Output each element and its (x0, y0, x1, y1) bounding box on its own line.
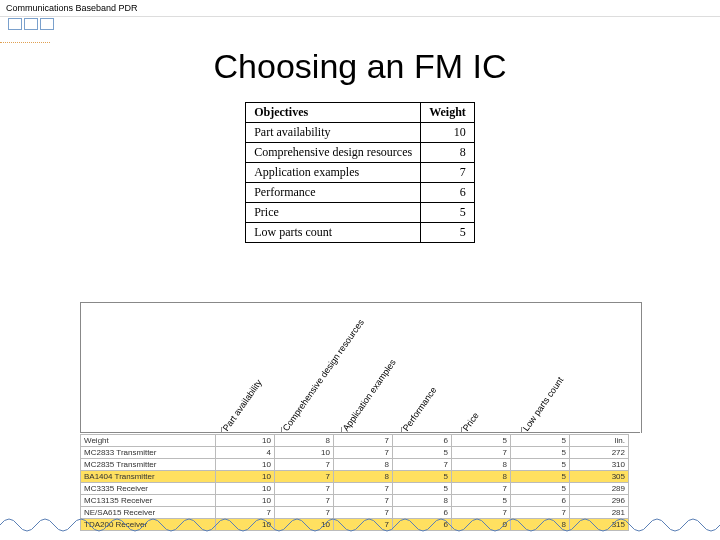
matrix-cell: 10 (216, 435, 275, 447)
weight-header: Weight (421, 103, 475, 123)
matrix-cell: 5 (511, 435, 570, 447)
matrix-cell: 7 (275, 483, 334, 495)
obj-row-label: Low parts count (246, 223, 421, 243)
axis-label: Performance (401, 385, 439, 433)
page-title: Choosing an FM IC (0, 47, 720, 86)
matrix-cell: 7 (334, 495, 393, 507)
chart-axis-area: Part availability Comprehensive design r… (80, 302, 642, 433)
matrix-cell: 5 (393, 447, 452, 459)
obj-row-val: 5 (421, 203, 475, 223)
matrix-cell: 310 (570, 459, 629, 471)
matrix-row: MC13135 Receiver1077856296 (81, 495, 629, 507)
matrix-cell: 8 (452, 471, 511, 483)
obj-row-val: 7 (421, 163, 475, 183)
obj-row-val: 8 (421, 143, 475, 163)
matrix-cell: 10 (216, 495, 275, 507)
obj-row-label: Application examples (246, 163, 421, 183)
matrix-cell: 5 (511, 459, 570, 471)
matrix-row-label: MC2833 Transmitter (81, 447, 216, 459)
matrix-cell: 10 (275, 447, 334, 459)
obj-row-label: Part availability (246, 123, 421, 143)
matrix-cell: 7 (275, 495, 334, 507)
matrix-row-label: MC2835 Transmitter (81, 459, 216, 471)
matrix-cell: 7 (334, 435, 393, 447)
matrix-cell: 5 (511, 483, 570, 495)
matrix-cell: 7 (452, 483, 511, 495)
obj-row-val: 6 (421, 183, 475, 203)
obj-row-label: Price (246, 203, 421, 223)
matrix-row: MC3335 Receiver1077575289 (81, 483, 629, 495)
corner-decoration (0, 12, 75, 40)
matrix-cell: 8 (334, 471, 393, 483)
matrix-row-label: BA1404 Transmitter (81, 471, 216, 483)
matrix-cell: 8 (275, 435, 334, 447)
header-label: Communications Baseband PDR (0, 0, 720, 17)
matrix-cell: 7 (452, 447, 511, 459)
matrix-cell: 5 (511, 471, 570, 483)
matrix-cell: 10 (216, 459, 275, 471)
obj-row-val: 10 (421, 123, 475, 143)
matrix-cell: 5 (452, 495, 511, 507)
matrix-cell: 5 (393, 483, 452, 495)
matrix-cell: 7 (393, 459, 452, 471)
matrix-cell: 7 (334, 447, 393, 459)
matrix-cell: 8 (393, 495, 452, 507)
footer-wave-graphic (0, 510, 720, 540)
matrix-cell: 7 (275, 471, 334, 483)
objectives-table: Objectives Weight Part availability10 Co… (245, 102, 475, 243)
matrix-cell: 272 (570, 447, 629, 459)
matrix-cell: 4 (216, 447, 275, 459)
matrix-row-label: MC13135 Receiver (81, 495, 216, 507)
objectives-header: Objectives (246, 103, 421, 123)
matrix-row: MC2835 Transmitter1078785310 (81, 459, 629, 471)
matrix-row-label: Weight (81, 435, 216, 447)
matrix-cell: 8 (452, 459, 511, 471)
matrix-cell: 7 (334, 483, 393, 495)
matrix-cell: 5 (452, 435, 511, 447)
axis-label: Application examples (341, 358, 398, 433)
axis-line (80, 432, 640, 433)
matrix-cell: 6 (393, 435, 452, 447)
axis-label: Part availability (221, 378, 264, 433)
matrix-cell: 8 (334, 459, 393, 471)
axis-label: Low parts count (521, 375, 566, 433)
matrix-row: MC2833 Transmitter4107575272 (81, 447, 629, 459)
matrix-cell: 6 (511, 495, 570, 507)
matrix-cell: lin. (570, 435, 629, 447)
matrix-cell: 5 (393, 471, 452, 483)
obj-row-label: Performance (246, 183, 421, 203)
obj-row-label: Comprehensive design resources (246, 143, 421, 163)
axis-label: Price (461, 410, 481, 433)
matrix-cell: 7 (275, 459, 334, 471)
matrix-cell: 10 (216, 483, 275, 495)
matrix-cell: 305 (570, 471, 629, 483)
matrix-row-label: MC3335 Receiver (81, 483, 216, 495)
obj-row-val: 5 (421, 223, 475, 243)
matrix-cell: 289 (570, 483, 629, 495)
matrix-cell: 5 (511, 447, 570, 459)
matrix-row: Weight1087655lin. (81, 435, 629, 447)
matrix-cell: 296 (570, 495, 629, 507)
matrix-row: BA1404 Transmitter1078585305 (81, 471, 629, 483)
matrix-cell: 10 (216, 471, 275, 483)
